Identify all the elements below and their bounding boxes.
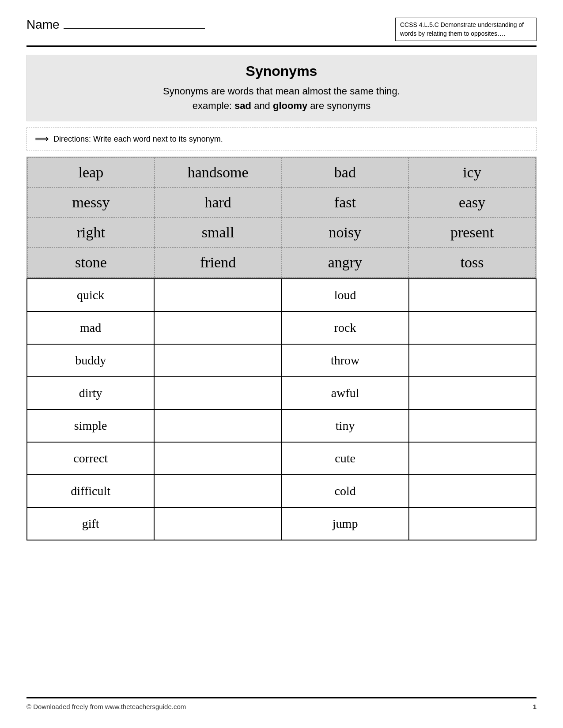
- answer-col2-blank[interactable]: [409, 312, 537, 345]
- answer-col1-blank[interactable]: [155, 443, 282, 475]
- header: Name CCSS 4.L.5.C Demonstrate understand…: [26, 13, 537, 47]
- main-content: Synonyms Synonyms are words that mean al…: [26, 47, 537, 697]
- line2-bold1: sad: [234, 100, 251, 111]
- answer-col2-word: jump: [282, 508, 409, 540]
- answer-col2-word: tiny: [282, 410, 409, 443]
- line2-suffix: are synonyms: [307, 100, 370, 111]
- word-bank: leaphandsomebadicymessyhardfasteasyright…: [26, 157, 537, 278]
- line2-prefix: example:: [193, 100, 234, 111]
- answer-col1-word: mad: [27, 312, 155, 345]
- answer-col1-blank[interactable]: [155, 475, 282, 508]
- title: Synonyms: [40, 63, 523, 79]
- name-label: Name: [26, 18, 60, 32]
- word-bank-cell: stone: [27, 248, 155, 278]
- answer-col2-word: rock: [282, 312, 409, 345]
- title-line2: example: sad and gloomy are synonyms: [40, 98, 523, 113]
- name-underline[interactable]: [64, 28, 205, 29]
- answer-col1-word: dirty: [27, 377, 155, 410]
- word-bank-cell: toss: [408, 248, 536, 278]
- word-bank-cell: bad: [282, 158, 409, 188]
- page-number: 1: [533, 703, 537, 710]
- word-bank-cell: angry: [282, 248, 409, 278]
- answer-col2-word: throw: [282, 345, 409, 377]
- answer-col2-word: cute: [282, 443, 409, 475]
- answer-col1-word: gift: [27, 508, 155, 540]
- word-bank-cell: handsome: [155, 158, 282, 188]
- standard-box: CCSS 4.L.5.C Demonstrate understanding o…: [395, 18, 537, 41]
- directions-box: ⟹ Directions: Write each word next to it…: [26, 128, 537, 150]
- line2-bold2: gloomy: [273, 100, 307, 111]
- line2-mid: and: [251, 100, 273, 111]
- page: Name CCSS 4.L.5.C Demonstrate understand…: [0, 0, 563, 728]
- answer-col1-blank[interactable]: [155, 279, 282, 312]
- standard-text: CCSS 4.L.5.C Demonstrate understanding o…: [400, 21, 524, 37]
- answer-col2-blank[interactable]: [409, 345, 537, 377]
- word-bank-cell: friend: [155, 248, 282, 278]
- word-bank-cell: leap: [27, 158, 155, 188]
- directions-text: Directions: Write each word next to its …: [53, 135, 223, 144]
- answer-col2-blank[interactable]: [409, 279, 537, 312]
- word-bank-cell: small: [155, 218, 282, 248]
- answer-col1-word: quick: [27, 279, 155, 312]
- answer-col1-blank[interactable]: [155, 345, 282, 377]
- word-bank-cell: fast: [282, 188, 409, 218]
- word-bank-cell: present: [408, 218, 536, 248]
- answer-col1-blank[interactable]: [155, 508, 282, 540]
- word-bank-cell: right: [27, 218, 155, 248]
- word-bank-cell: hard: [155, 188, 282, 218]
- name-field: Name: [26, 18, 205, 32]
- answer-col2-word: awful: [282, 377, 409, 410]
- answer-col2-blank[interactable]: [409, 410, 537, 443]
- footer: © Downloaded freely from www.theteachers…: [26, 697, 537, 710]
- answer-col2-blank[interactable]: [409, 475, 537, 508]
- answer-col1-blank[interactable]: [155, 410, 282, 443]
- answer-col2-word: loud: [282, 279, 409, 312]
- answer-col1-blank[interactable]: [155, 377, 282, 410]
- answer-table: quickloudmadrockbuddythrowdirtyawfulsimp…: [26, 278, 537, 540]
- answer-col1-word: simple: [27, 410, 155, 443]
- answer-col1-word: difficult: [27, 475, 155, 508]
- word-bank-cell: messy: [27, 188, 155, 218]
- answer-col1-word: correct: [27, 443, 155, 475]
- answer-col1-word: buddy: [27, 345, 155, 377]
- answer-col2-blank[interactable]: [409, 508, 537, 540]
- answer-col2-word: cold: [282, 475, 409, 508]
- answer-col2-blank[interactable]: [409, 377, 537, 410]
- answer-col2-blank[interactable]: [409, 443, 537, 475]
- word-bank-cell: noisy: [282, 218, 409, 248]
- word-bank-cell: icy: [408, 158, 536, 188]
- answer-col1-blank[interactable]: [155, 312, 282, 345]
- title-line1: Synonyms are words that mean almost the …: [40, 84, 523, 98]
- copyright: © Downloaded freely from www.theteachers…: [26, 703, 186, 710]
- word-bank-cell: easy: [408, 188, 536, 218]
- title-box: Synonyms Synonyms are words that mean al…: [26, 55, 537, 121]
- arrow-icon: ⟹: [35, 133, 49, 145]
